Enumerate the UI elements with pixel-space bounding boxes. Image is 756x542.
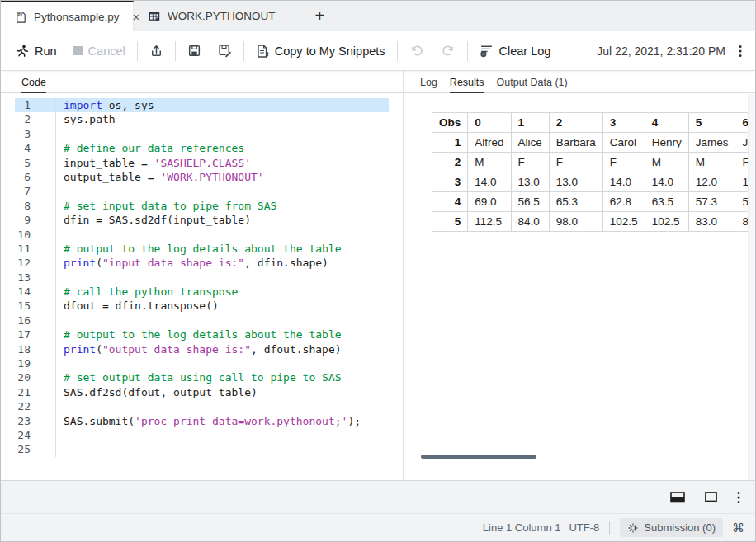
code-line[interactable]: 14# call the python transpose	[15, 285, 389, 299]
code-line[interactable]: 11# output to the log details about the …	[15, 242, 389, 256]
code-line[interactable]: 16	[15, 313, 389, 328]
separator	[137, 41, 138, 61]
tab-log[interactable]: Log	[420, 71, 437, 92]
code-line[interactable]: 7	[15, 184, 389, 198]
code-line[interactable]: 24	[15, 428, 389, 442]
tab-label: WORK.PYTHONOUT	[168, 10, 276, 22]
code-line[interactable]: 1import os, sys	[15, 98, 389, 112]
line-number: 17	[15, 328, 55, 342]
tab-workpythonout[interactable]: WORK.PYTHONOUT	[134, 1, 287, 31]
clear-log-button[interactable]: Clear Log	[480, 44, 551, 58]
code-line[interactable]: 12print("input data shape is:", dfin.sha…	[15, 256, 389, 270]
code-line[interactable]: 20# set output data using call to pipe t…	[15, 370, 389, 384]
data-cell: F	[549, 153, 602, 172]
separator	[175, 41, 176, 61]
tab-pythonsample[interactable]: PY Pythonsample.py ×	[1, 1, 134, 31]
line-number: 8	[15, 199, 55, 213]
data-cell: 83.0	[688, 212, 735, 232]
last-run-timestamp: Jul 22, 2021, 2:31:20 PM	[597, 45, 725, 58]
data-cell: M	[688, 153, 735, 172]
code-line-text: dfout = dfin.transpose()	[55, 299, 389, 313]
code-line-text: import os, sys	[55, 98, 389, 112]
cancel-button[interactable]: Cancel	[73, 45, 125, 58]
keyboard-shortcuts-icon[interactable]: ⌘	[732, 521, 744, 535]
code-line[interactable]: 10	[15, 228, 389, 242]
line-number: 24	[15, 428, 55, 442]
bottom-menu-button[interactable]	[737, 491, 740, 504]
submit-button[interactable]	[149, 44, 163, 58]
code-line[interactable]: 4# define our data references	[15, 141, 389, 155]
undo-button[interactable]	[409, 44, 424, 58]
data-cell: 62.8	[602, 192, 645, 212]
obs-cell: 2	[432, 153, 468, 172]
table-row: 469.056.565.362.863.557.359.8	[432, 192, 749, 212]
main-content: Code 1import os, sys2sys.path34# define …	[1, 71, 755, 480]
results-panel-tabs: LogResultsOutput Data (1)	[404, 71, 755, 93]
code-line-text	[55, 313, 389, 328]
line-number: 6	[15, 170, 55, 184]
vertical-scrollbar-track[interactable]	[748, 94, 755, 480]
copy-to-snippets-button[interactable]: Copy to My Snippets	[256, 44, 385, 58]
code-line[interactable]: 6output_table = 'WORK.PYTHONOUT'	[15, 170, 389, 184]
horizontal-scrollbar[interactable]	[421, 455, 536, 459]
upload-icon	[149, 44, 163, 58]
tab-code[interactable]: Code	[21, 71, 46, 93]
new-tab-button[interactable]: +	[309, 1, 332, 31]
toolbar-menu-button[interactable]	[739, 45, 742, 58]
code-line-text: input_table = 'SASHELP.CLASS'	[55, 156, 389, 170]
column-header: 1	[511, 113, 549, 133]
code-line[interactable]: 5input_table = 'SASHELP.CLASS'	[15, 156, 389, 170]
code-line-text: # output to the log details about the ta…	[55, 242, 389, 256]
code-editor[interactable]: 1import os, sys2sys.path34# define our d…	[1, 93, 403, 457]
data-cell: 57.3	[688, 192, 735, 212]
toggle-bottom-panel-icon[interactable]	[670, 492, 685, 503]
code-line[interactable]: 9dfin = SAS.sd2df(input_table)	[15, 213, 389, 227]
line-number: 10	[15, 228, 55, 242]
code-line[interactable]: 8# set input data to pipe from SAS	[15, 199, 389, 213]
code-line[interactable]: 19	[15, 356, 389, 370]
code-line-text: # output to the log details about the ta…	[55, 328, 389, 342]
save-button[interactable]	[187, 44, 201, 58]
code-line[interactable]: 15dfout = dfin.transpose()	[15, 299, 389, 313]
code-line-text: # set input data to pipe from SAS	[55, 199, 389, 213]
window-controls	[1, 481, 755, 513]
save-as-button[interactable]	[218, 44, 232, 58]
redo-button[interactable]	[441, 44, 456, 58]
data-cell: James	[688, 133, 735, 153]
snippet-icon	[256, 44, 269, 58]
data-cell: Jane	[735, 133, 748, 153]
data-cell: 56.5	[511, 192, 549, 212]
data-cell: 102.5	[602, 212, 645, 232]
data-cell: M	[468, 153, 511, 172]
data-cell: 65.3	[549, 192, 602, 212]
data-cell: 69.0	[468, 192, 511, 212]
line-number: 11	[15, 242, 55, 256]
code-line[interactable]: 3	[15, 127, 389, 141]
line-number: 25	[15, 442, 55, 456]
line-number: 18	[15, 342, 55, 356]
code-line-text	[55, 271, 389, 285]
copy-to-snippets-label: Copy to My Snippets	[275, 45, 385, 58]
code-line[interactable]: 25	[15, 442, 389, 456]
code-line[interactable]: 22	[15, 399, 389, 413]
column-header: 3	[602, 113, 645, 133]
line-number: 15	[15, 299, 55, 313]
kebab-icon	[739, 45, 742, 58]
maximize-panel-icon[interactable]	[705, 492, 717, 502]
code-line[interactable]: 2sys.path	[15, 112, 389, 126]
code-line[interactable]: 17# output to the log details about the …	[15, 328, 389, 342]
tab-results[interactable]: Results	[450, 71, 484, 93]
code-line-text	[55, 428, 389, 442]
column-header: Obs	[432, 113, 468, 133]
encoding: UTF-8	[569, 521, 599, 534]
code-line[interactable]: 23SAS.submit('proc print data=work.pytho…	[15, 414, 389, 428]
line-number: 23	[15, 414, 55, 428]
code-line[interactable]: 21SAS.df2sd(dfout, output_table)	[15, 385, 389, 399]
submission-button[interactable]: Submission (0)	[620, 518, 723, 537]
tab-output-data-1[interactable]: Output Data (1)	[497, 71, 568, 92]
run-button[interactable]: Run	[16, 45, 57, 58]
column-header: 2	[549, 113, 602, 133]
code-line[interactable]: 18print("output data shape is:", dfout.s…	[15, 342, 389, 356]
clear-log-icon	[480, 44, 494, 58]
code-line[interactable]: 13	[15, 271, 389, 285]
